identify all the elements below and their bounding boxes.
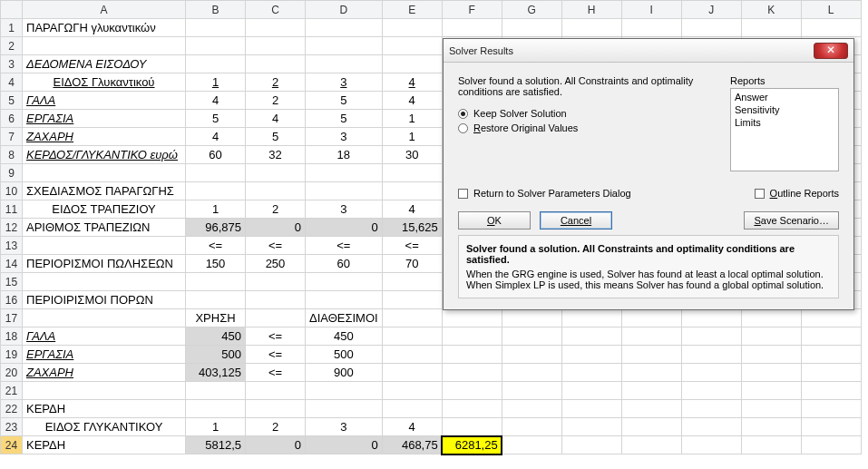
cell[interactable] (246, 37, 306, 55)
cell[interactable] (681, 418, 741, 436)
cell[interactable] (801, 309, 861, 327)
cell[interactable] (442, 418, 502, 436)
column-header[interactable]: D (306, 1, 383, 19)
cell[interactable] (681, 19, 741, 37)
cell[interactable]: 500 (306, 346, 383, 364)
cell[interactable]: <= (246, 327, 306, 346)
cell[interactable] (741, 436, 801, 454)
cell[interactable] (246, 291, 306, 309)
cell[interactable] (741, 364, 801, 382)
cell[interactable]: ΣΧΕΔΙΑΣΜΟΣ ΠΑΡΑΓΩΓΗΣ (23, 182, 186, 200)
cell[interactable] (246, 273, 306, 291)
cell[interactable] (306, 400, 383, 418)
cell[interactable]: 4 (186, 92, 246, 110)
cell[interactable] (186, 382, 246, 400)
cell[interactable] (382, 382, 442, 400)
cell[interactable] (442, 327, 502, 346)
cell[interactable] (382, 273, 442, 291)
cell[interactable]: ΠΕΡΙΟΡΙΣΜΟΙ ΠΩΛΗΣΕΩΝ (23, 255, 186, 273)
report-limits[interactable]: Limits (735, 116, 834, 129)
cell[interactable]: 0 (306, 436, 383, 454)
cell[interactable] (306, 182, 383, 200)
cell[interactable]: 5 (246, 128, 306, 146)
cell[interactable] (442, 400, 502, 418)
cell[interactable]: 4 (186, 128, 246, 146)
cell[interactable]: 5812,5 (186, 436, 246, 454)
cell[interactable]: 2 (246, 418, 306, 436)
row-header[interactable]: 20 (1, 364, 23, 382)
cell[interactable] (741, 19, 801, 37)
cell[interactable]: 3 (306, 418, 383, 436)
cell[interactable] (561, 346, 621, 364)
cell[interactable]: <= (306, 237, 383, 255)
cell[interactable]: ΕΙΔΟΣ ΓΛΥΚΑΝΤΙΚΟΥ (23, 418, 186, 436)
cell[interactable] (382, 364, 442, 382)
row-header[interactable]: 22 (1, 400, 23, 418)
cell[interactable] (306, 291, 383, 309)
row-header[interactable]: 21 (1, 382, 23, 400)
cell[interactable] (382, 37, 442, 55)
cell[interactable] (186, 37, 246, 55)
cell[interactable]: 450 (306, 327, 383, 346)
save-scenario-button[interactable]: Save Scenario… (744, 211, 839, 230)
row-header[interactable]: 16 (1, 291, 23, 309)
row-header[interactable]: 23 (1, 418, 23, 436)
cell[interactable] (442, 364, 502, 382)
cell[interactable]: 3 (306, 200, 383, 219)
cell[interactable] (621, 346, 681, 364)
cell[interactable] (246, 19, 306, 37)
cell[interactable]: 4 (382, 418, 442, 436)
cell[interactable] (502, 418, 561, 436)
cell[interactable] (306, 273, 383, 291)
cell[interactable]: ΖΑΧΑΡΗ (23, 364, 186, 382)
row-header[interactable]: 1 (1, 19, 23, 37)
row-header[interactable]: 24 (1, 436, 23, 454)
cell[interactable]: 4 (382, 200, 442, 219)
column-header[interactable]: K (741, 1, 801, 19)
cell[interactable] (442, 382, 502, 400)
row-header[interactable]: 11 (1, 200, 23, 219)
column-header[interactable]: E (382, 1, 442, 19)
cell[interactable] (621, 436, 681, 454)
cell[interactable] (621, 364, 681, 382)
cell[interactable]: 900 (306, 364, 383, 382)
cell[interactable] (382, 182, 442, 200)
cell[interactable]: 60 (306, 255, 383, 273)
cell[interactable] (681, 364, 741, 382)
reports-list[interactable]: Answer Sensitivity Limits (730, 88, 839, 171)
cell[interactable] (306, 19, 383, 37)
cell[interactable]: 60 (186, 146, 246, 164)
cell[interactable] (306, 55, 383, 73)
cell[interactable] (561, 418, 621, 436)
cell[interactable] (561, 327, 621, 346)
cell[interactable] (502, 309, 561, 327)
cell[interactable]: ΕΡΓΑΣΙΑ (23, 346, 186, 364)
cell[interactable]: ΠΕΡΙΟΙΡΙΣΜΟΙ ΠΟΡΩΝ (23, 291, 186, 309)
cell[interactable]: ΚΕΡΔΗ (23, 436, 186, 454)
cell[interactable] (681, 400, 741, 418)
cell[interactable] (741, 309, 801, 327)
cell[interactable]: 5 (186, 110, 246, 128)
row-header[interactable]: 4 (1, 73, 23, 92)
cell[interactable] (23, 164, 186, 182)
cell[interactable] (246, 55, 306, 73)
cell[interactable]: ΔΕΔΟΜΕΝΑ ΕΙΣΟΔΟΥ (23, 55, 186, 73)
row-header[interactable]: 19 (1, 346, 23, 364)
cell[interactable] (23, 37, 186, 55)
report-sensitivity[interactable]: Sensitivity (735, 103, 834, 116)
cell[interactable] (502, 400, 561, 418)
cell[interactable] (621, 418, 681, 436)
cell[interactable] (561, 382, 621, 400)
cell[interactable] (561, 436, 621, 454)
cell[interactable]: 6281,25 (442, 436, 502, 454)
cell[interactable]: 5 (306, 92, 383, 110)
cell[interactable] (186, 291, 246, 309)
column-header[interactable]: C (246, 1, 306, 19)
cell[interactable] (442, 346, 502, 364)
cell[interactable]: <= (246, 237, 306, 255)
column-header[interactable]: B (186, 1, 246, 19)
cell[interactable] (23, 382, 186, 400)
cell[interactable] (502, 364, 561, 382)
cell[interactable] (246, 309, 306, 327)
return-to-parameters-checkbox[interactable]: Return to Solver Parameters Dialog (458, 188, 631, 199)
